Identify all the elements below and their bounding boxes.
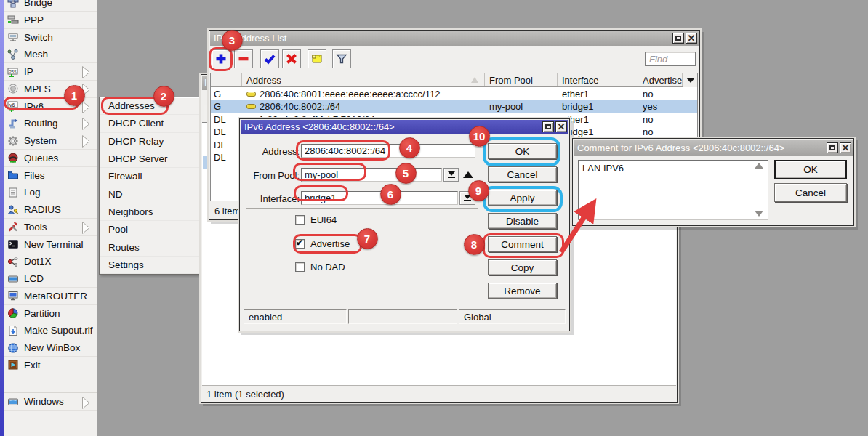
submenu-item-dhcp-relay[interactable]: DHCP Relay: [100, 133, 199, 150]
dialog-titlebar[interactable]: IPv6 Address <2806:40c:8002::/64>: [241, 120, 568, 134]
checkbox-label: Advertise: [310, 238, 350, 249]
comment-button[interactable]: Comment: [488, 236, 557, 252]
disable-button[interactable]: [282, 49, 301, 68]
checkbox-row-eui64: EUI64: [295, 214, 337, 225]
from-pool-dropdown-icon[interactable]: [443, 168, 459, 182]
submenu-arrow-icon: [82, 118, 90, 132]
close-icon[interactable]: ✕: [686, 33, 697, 44]
sidebar-item-label: Log: [24, 187, 41, 198]
supout-icon: [7, 325, 19, 336]
submenu-item-pool[interactable]: Pool: [100, 221, 199, 238]
sidebar-item-label: System: [24, 135, 57, 146]
add-button[interactable]: [212, 49, 230, 68]
submenu-item-settings[interactable]: Settings: [100, 257, 199, 274]
dialog-status-cell-3: Global: [459, 309, 566, 324]
table-row[interactable]: G2806:40c:8002::/64my-poolbridge1yes: [211, 100, 697, 113]
sidebar-item-mesh[interactable]: Mesh: [4, 46, 97, 63]
sidebar-item-routing[interactable]: Routing: [4, 115, 97, 132]
submenu-item-neighbors[interactable]: Neighbors: [100, 203, 199, 221]
sidebar-item-ppp[interactable]: PPP: [4, 12, 97, 29]
comment-cancel-button[interactable]: Cancel: [774, 183, 847, 202]
disable-button[interactable]: Disable: [488, 213, 557, 229]
checkbox-row-advertise: Advertise: [295, 238, 350, 249]
comment-ok-button[interactable]: OK: [774, 160, 847, 179]
cell-flags: DL: [211, 126, 242, 139]
sidebar-item-exit[interactable]: Exit: [4, 357, 97, 374]
sidebar-item-label: Switch: [24, 32, 53, 43]
submenu-item-dhcp-server[interactable]: DHCP Server: [100, 150, 199, 168]
scroll-up-icon[interactable]: [755, 163, 763, 169]
ipv6-address-icon: [246, 92, 256, 97]
system-icon: [7, 135, 19, 147]
remove-button[interactable]: [234, 49, 253, 68]
close-icon[interactable]: ✕: [555, 121, 567, 132]
sidebar-item-dot1x[interactable]: Dot1X: [4, 253, 97, 270]
interface-dropdown-icon[interactable]: [459, 191, 475, 205]
advertise-checkbox[interactable]: [295, 239, 305, 249]
submenu-item-addresses[interactable]: Addresses: [100, 97, 199, 115]
sidebar-item-label: Files: [24, 170, 45, 181]
eui64-checkbox[interactable]: [295, 215, 305, 225]
cancel-button[interactable]: Cancel: [488, 166, 557, 182]
submenu-item-nd[interactable]: ND: [100, 185, 199, 203]
svg-text:255: 255: [9, 69, 17, 73]
sidebar-item-mpls[interactable]: MPLS: [4, 81, 97, 98]
address-input[interactable]: 2806:40c:8002::/64: [301, 144, 475, 158]
column-interface[interactable]: Interface: [558, 73, 638, 86]
submenu-item-routes[interactable]: Routes: [100, 238, 199, 256]
sidebar-item-partition[interactable]: Partition: [4, 305, 97, 323]
filter-button[interactable]: [332, 49, 351, 68]
sidebar-item-metarouter[interactable]: MetaROUTER: [4, 288, 97, 305]
sidebar-item-files[interactable]: Files: [4, 167, 97, 185]
comment-textarea[interactable]: LAN IPV6: [578, 160, 768, 220]
submenu-item-firewall[interactable]: Firewall: [100, 168, 199, 185]
submenu-item-dhcp-client[interactable]: DHCP Client: [100, 115, 199, 132]
sidebar-item-radius[interactable]: RADIUS: [4, 201, 97, 219]
sidebar-item-ip[interactable]: 255IP: [4, 63, 97, 81]
maximize-icon[interactable]: [672, 33, 684, 44]
sidebar-item-make-supout-rif[interactable]: Make Supout.rif: [4, 322, 97, 339]
enable-button[interactable]: [260, 49, 279, 68]
maximize-icon[interactable]: [827, 142, 838, 153]
sidebar-item-queues[interactable]: Queues: [4, 150, 97, 167]
interface-input[interactable]: bridge1: [301, 191, 458, 205]
table-row[interactable]: G2806:40c:8001:eeee:eeee:eeee:a:cccc/112…: [211, 87, 697, 100]
sidebar-item-new-terminal[interactable]: New Terminal: [4, 236, 97, 254]
from-pool-up-icon[interactable]: [463, 171, 473, 178]
sidebar-item-label: Exit: [24, 360, 41, 371]
ipv6-icon: v6: [7, 100, 19, 112]
column-select-button[interactable]: [683, 73, 697, 87]
sidebar-item-tools[interactable]: Tools: [4, 219, 97, 236]
sidebar-item-ipv6[interactable]: v6IPv6: [4, 98, 97, 116]
comment-window-titlebar[interactable]: Comment for IPv6 Address <2806:40c:8002:…: [574, 140, 853, 156]
column-flags[interactable]: [211, 73, 242, 86]
copy-button[interactable]: Copy: [488, 259, 557, 275]
sidebar-item-bridge[interactable]: Bridge: [4, 0, 97, 12]
sidebar-item-label: Mesh: [24, 49, 48, 60]
column-advertise[interactable]: Advertise: [638, 73, 683, 86]
list-window-titlebar[interactable]: IPv6 Address List: [210, 31, 699, 46]
scroll-down-icon[interactable]: [755, 211, 763, 217]
find-input[interactable]: [645, 52, 696, 66]
sidebar-item-label: Partition: [24, 308, 60, 319]
column-from-pool[interactable]: From Pool: [485, 73, 558, 86]
comment-button[interactable]: [308, 49, 326, 68]
sort-ascending-icon[interactable]: [471, 77, 478, 83]
remove-button[interactable]: Remove: [488, 283, 557, 299]
cell-interface: ether1: [558, 113, 638, 126]
close-icon[interactable]: ✕: [840, 142, 851, 153]
no-dad-checkbox[interactable]: [295, 262, 305, 272]
from-pool-label: From Pool:: [244, 170, 300, 181]
sidebar-item-system[interactable]: System: [4, 132, 97, 150]
sidebar-item-new-winbox[interactable]: New WinBox: [4, 339, 97, 357]
radius-icon: [7, 204, 19, 216]
ok-button[interactable]: OK: [488, 143, 557, 159]
column-address[interactable]: Address: [242, 73, 485, 86]
sidebar-item-switch[interactable]: Switch: [4, 29, 97, 47]
sidebar-item-log[interactable]: Log: [4, 184, 97, 201]
from-pool-input[interactable]: my-pool: [301, 168, 442, 182]
maximize-icon[interactable]: [542, 121, 554, 132]
sidebar-item-windows[interactable]: Windows: [4, 392, 97, 411]
apply-button[interactable]: Apply: [488, 190, 557, 206]
sidebar-item-lcd[interactable]: LCD: [4, 270, 97, 288]
